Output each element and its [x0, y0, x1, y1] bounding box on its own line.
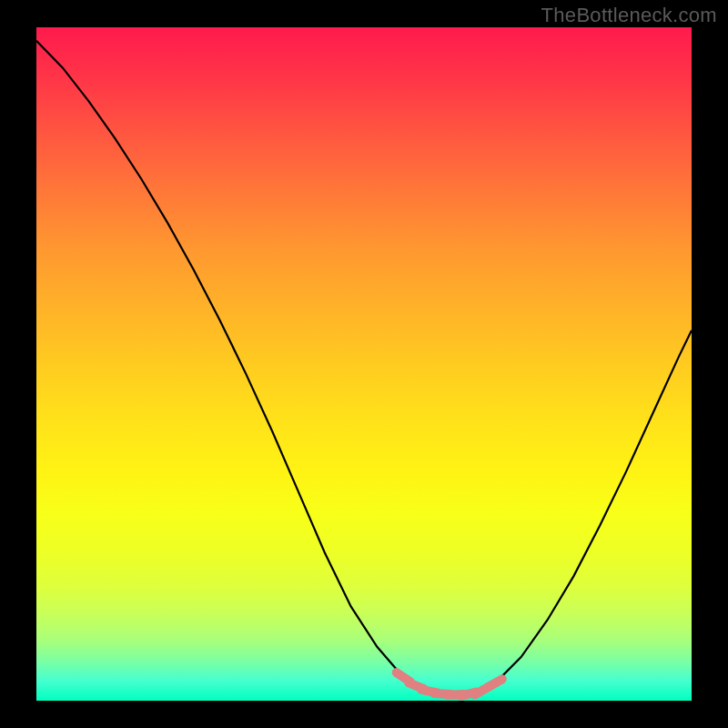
chart-frame: TheBottleneck.com	[0, 0, 728, 728]
plot-area	[36, 27, 692, 701]
highlight-dots	[397, 672, 502, 696]
main-curve	[36, 41, 692, 695]
curve-line	[36, 41, 692, 695]
watermark-text: TheBottleneck.com	[541, 4, 717, 27]
highlight-dot	[488, 679, 502, 687]
chart-svg	[36, 27, 692, 701]
